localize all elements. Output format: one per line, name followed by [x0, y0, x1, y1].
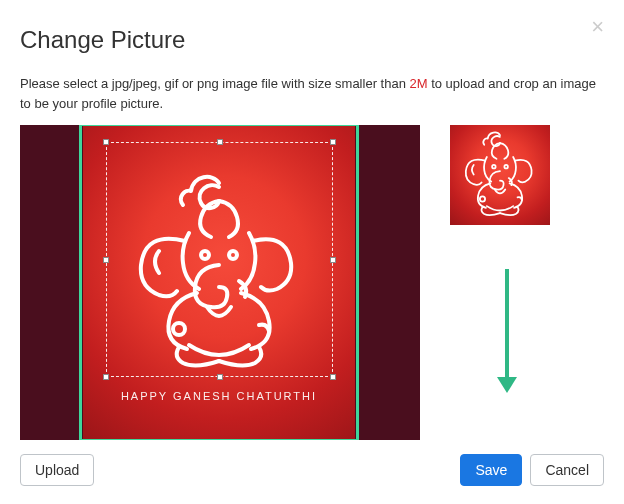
crop-handle-e[interactable]	[330, 257, 336, 263]
crop-handle-w[interactable]	[103, 257, 109, 263]
image-caption: happy ganesh chaturthi	[121, 390, 317, 402]
crop-selection[interactable]	[106, 142, 333, 377]
preview-thumbnail	[450, 125, 550, 225]
size-limit: 2M	[409, 76, 427, 91]
crop-handle-ne[interactable]	[330, 139, 336, 145]
change-picture-modal: × Change Picture Please select a jpg/jpe…	[0, 0, 624, 504]
instructions-text: Please select a jpg/jpeg, gif or png ima…	[20, 74, 604, 113]
instructions-pre: Please select a jpg/jpeg, gif or png ima…	[20, 76, 409, 91]
upload-button[interactable]: Upload	[20, 454, 94, 486]
svg-marker-4	[497, 377, 517, 393]
crop-handle-sw[interactable]	[103, 374, 109, 380]
crop-handle-n[interactable]	[217, 139, 223, 145]
button-row: Upload Save Cancel	[20, 454, 604, 486]
cancel-button[interactable]: Cancel	[530, 454, 604, 486]
ganesha-icon	[456, 129, 544, 221]
save-button[interactable]: Save	[460, 454, 522, 486]
modal-title: Change Picture	[20, 26, 604, 54]
crop-handle-se[interactable]	[330, 374, 336, 380]
close-icon[interactable]: ×	[591, 16, 604, 38]
crop-handle-nw[interactable]	[103, 139, 109, 145]
crop-canvas[interactable]: happy ganesh chaturthi	[20, 125, 420, 440]
crop-handle-s[interactable]	[217, 374, 223, 380]
arrow-down-icon	[492, 265, 522, 395]
